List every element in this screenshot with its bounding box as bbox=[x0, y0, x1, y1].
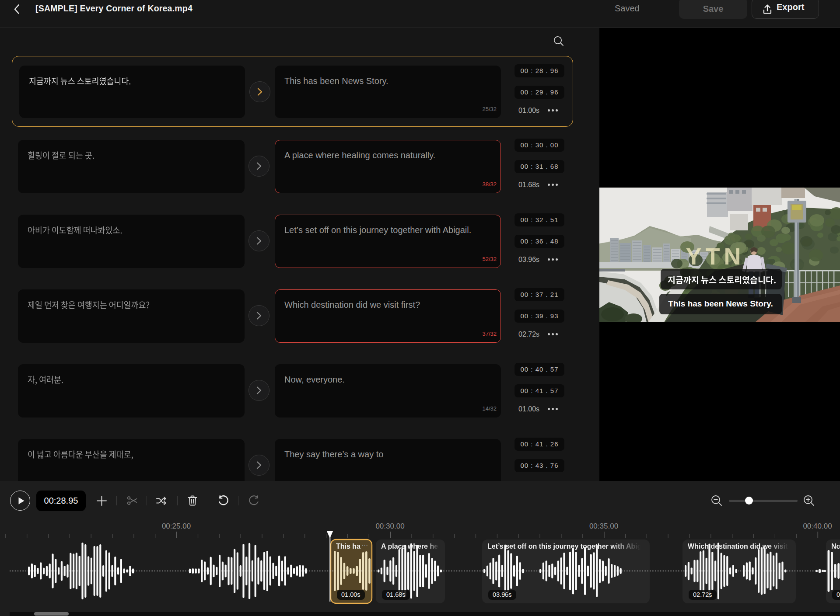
svg-text:YTN: YTN bbox=[686, 243, 745, 269]
svg-text:00:30.00: 00:30.00 bbox=[375, 522, 404, 530]
svg-text:00:35.00: 00:35.00 bbox=[589, 522, 618, 530]
svg-text:00:40.00: 00:40.00 bbox=[803, 522, 832, 530]
svg-text:00:25.00: 00:25.00 bbox=[162, 522, 191, 530]
